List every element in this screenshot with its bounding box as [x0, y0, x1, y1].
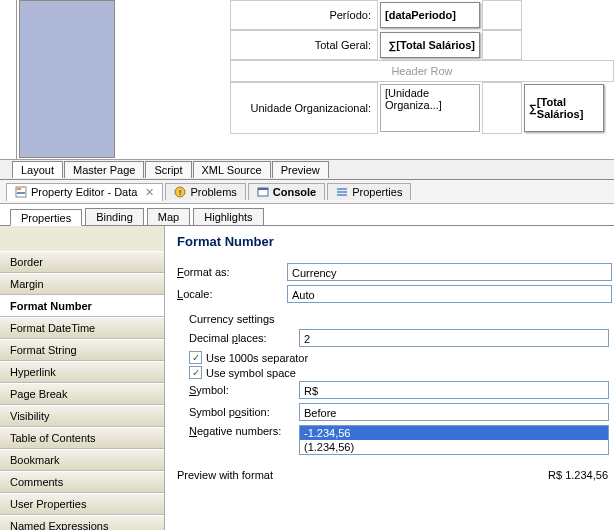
sidebar-item-toc[interactable]: Table of Contents	[0, 427, 164, 449]
design-grid: Período: [dataPeriodo] Total Geral: [Tot…	[230, 0, 614, 134]
layout-tabs: Layout Master Page Script XML Source Pre…	[0, 160, 614, 180]
svg-rect-1	[17, 188, 21, 190]
tab-xml-source[interactable]: XML Source	[193, 161, 271, 178]
tab-layout[interactable]: Layout	[12, 161, 63, 178]
tab-script[interactable]: Script	[145, 161, 191, 178]
subtab-highlights[interactable]: Highlights	[193, 208, 263, 225]
inspector-tabs: Properties Binding Map Highlights	[0, 204, 614, 226]
svg-rect-6	[258, 188, 268, 190]
format-number-panel: Format Number Format as: Currency Locale…	[165, 226, 614, 530]
list-icon	[336, 186, 348, 198]
sidebar-item-visibility[interactable]: Visibility	[0, 405, 164, 427]
tab-console[interactable]: Console	[248, 183, 325, 200]
sidebar-item-hyperlink[interactable]: Hyperlink	[0, 361, 164, 383]
sidebar: Border Margin Format Number Format DateT…	[0, 226, 165, 530]
sidebar-item-user-properties[interactable]: User Properties	[0, 493, 164, 515]
tab-property-editor[interactable]: Property Editor - Data ✕	[6, 183, 163, 201]
preview-value: R$ 1.234,56	[548, 469, 608, 481]
cell-spacer	[482, 82, 522, 134]
negative-numbers-label: Negative numbers:	[189, 425, 299, 437]
decimal-places-input[interactable]: 2	[299, 329, 609, 347]
tab-preview[interactable]: Preview	[272, 161, 329, 178]
sidebar-item-comments[interactable]: Comments	[0, 471, 164, 493]
cell-total-label[interactable]: Total Geral:	[230, 30, 378, 60]
format-as-select[interactable]: Currency	[287, 263, 612, 281]
header-row-indicator: Header Row	[230, 60, 614, 82]
margin-guide	[19, 0, 115, 158]
symbol-position-label: Symbol position:	[189, 406, 299, 418]
decimal-places-label: Decimal places:	[189, 332, 299, 344]
sidebar-item-named-expressions[interactable]: Named Expressions	[0, 515, 164, 530]
negative-option-1[interactable]: -1.234,56	[300, 426, 608, 440]
locale-select[interactable]: Auto	[287, 285, 612, 303]
console-icon	[257, 186, 269, 198]
svg-rect-8	[337, 191, 347, 193]
cell-total-text: [Total Salários]	[396, 39, 475, 51]
subtab-binding[interactable]: Binding	[85, 208, 144, 225]
cell-spacer	[482, 0, 522, 30]
preview-label: Preview with format	[177, 469, 273, 481]
use-1000s-checkbox[interactable]: ✓	[189, 351, 202, 364]
panel-title: Format Number	[177, 234, 614, 249]
tab-properties[interactable]: Properties	[327, 183, 411, 200]
use-1000s-label: Use 1000s separator	[206, 352, 308, 364]
negative-option-2[interactable]: (1.234,56)	[300, 440, 608, 454]
sidebar-item-border[interactable]: Border	[0, 251, 164, 273]
properties-icon	[15, 186, 27, 198]
sidebar-item-format-datetime[interactable]: Format DateTime	[0, 317, 164, 339]
subtab-map[interactable]: Map	[147, 208, 190, 225]
tab-console-label: Console	[273, 186, 316, 198]
sidebar-item-format-string[interactable]: Format String	[0, 339, 164, 361]
sidebar-item-margin[interactable]: Margin	[0, 273, 164, 295]
subtab-properties[interactable]: Properties	[10, 209, 82, 226]
use-symbol-space-checkbox[interactable]: ✓	[189, 366, 202, 379]
cell-unidade-total-text: [Total Salários]	[537, 96, 599, 120]
cell-periodo-label[interactable]: Período:	[230, 0, 378, 30]
sidebar-item-bookmark[interactable]: Bookmark	[0, 449, 164, 471]
svg-rect-7	[337, 188, 347, 190]
warning-icon: !	[174, 186, 186, 198]
design-canvas: Período: [dataPeriodo] Total Geral: [Tot…	[0, 0, 614, 160]
sidebar-item-format-number[interactable]: Format Number	[0, 295, 164, 317]
cell-unidade-value[interactable]: [Unidade Organiza...]	[380, 84, 480, 132]
symbol-position-select[interactable]: Before	[299, 403, 609, 421]
close-icon[interactable]: ✕	[145, 186, 154, 199]
svg-text:!: !	[179, 188, 181, 197]
editor-tabs: Property Editor - Data ✕ ! Problems Cons…	[0, 180, 614, 204]
cell-total-value[interactable]: [Total Salários]	[380, 32, 480, 58]
negative-numbers-list[interactable]: -1.234,56 (1.234,56)	[299, 425, 609, 455]
format-as-label: Format as:	[177, 266, 287, 278]
tab-problems-label: Problems	[190, 186, 236, 198]
tab-problems[interactable]: ! Problems	[165, 183, 245, 200]
cell-periodo-value[interactable]: [dataPeriodo]	[380, 2, 480, 28]
cell-unidade-total[interactable]: [Total Salários]	[524, 84, 604, 132]
sidebar-item-page-break[interactable]: Page Break	[0, 383, 164, 405]
vertical-ruler	[3, 0, 17, 159]
use-symbol-space-label: Use symbol space	[206, 367, 296, 379]
tab-master-page[interactable]: Master Page	[64, 161, 144, 178]
symbol-label: Symbol:	[189, 384, 299, 396]
currency-settings-heading: Currency settings	[189, 313, 614, 325]
cell-spacer	[482, 30, 522, 60]
cell-unidade-label[interactable]: Unidade Organizacional:	[230, 82, 378, 134]
svg-rect-2	[17, 192, 25, 194]
symbol-input[interactable]: R$	[299, 381, 609, 399]
tab-properties-label: Properties	[352, 186, 402, 198]
locale-label: Locale:	[177, 288, 287, 300]
tab-property-editor-label: Property Editor - Data	[31, 186, 137, 198]
svg-rect-9	[337, 194, 347, 196]
